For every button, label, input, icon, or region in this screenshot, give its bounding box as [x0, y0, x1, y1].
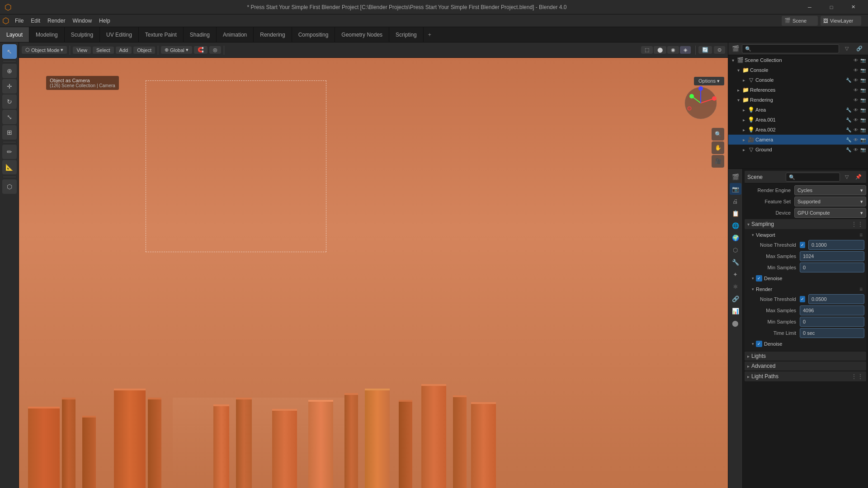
- visibility-icon[interactable]: 👁: [853, 97, 859, 103]
- outliner-item-camera[interactable]: ▸ 🎥 Camera 🔧 👁 📷: [728, 135, 868, 145]
- tool-select[interactable]: ↖: [2, 44, 17, 59]
- render-icon[interactable]: 📷: [860, 117, 866, 123]
- view-menu[interactable]: View: [73, 47, 91, 54]
- outliner-item-area[interactable]: ▸ 💡 Area 🔧 👁 📷: [728, 105, 868, 115]
- tab-animation[interactable]: Animation: [217, 27, 254, 42]
- props-tab-output[interactable]: 🖨: [730, 195, 741, 207]
- menu-file[interactable]: File: [11, 17, 27, 25]
- props-tab-physics[interactable]: ⚛: [730, 281, 741, 292]
- constraint-icon[interactable]: 🔧: [845, 146, 852, 153]
- outliner-item-ground[interactable]: ▸ ▽ Ground 🔧 👁 📷: [728, 145, 868, 155]
- outliner-search-input[interactable]: [742, 44, 839, 53]
- pan-button[interactable]: ✋: [712, 141, 724, 154]
- tool-move[interactable]: ✛: [2, 79, 17, 94]
- props-tab-object[interactable]: ⬡: [730, 244, 741, 256]
- viewport-mode-dropdown[interactable]: ⬡ Object Mode ▾: [22, 46, 67, 54]
- viewport-subsection-header[interactable]: ▾ Viewport ≡: [750, 231, 864, 239]
- constraint-icon[interactable]: 🔧: [845, 77, 852, 83]
- tab-sculpting[interactable]: Sculpting: [65, 27, 100, 42]
- denoise-render-checkbox[interactable]: ✓: [756, 341, 762, 347]
- visibility-icon[interactable]: 👁: [853, 127, 859, 133]
- time-limit-input[interactable]: 0 sec: [800, 328, 864, 338]
- view-camera-button[interactable]: 🎥: [712, 155, 724, 168]
- visibility-icon[interactable]: 👁: [853, 77, 859, 83]
- tab-geometry-nodes[interactable]: Geometry Nodes: [335, 27, 389, 42]
- props-tab-render[interactable]: 📷: [730, 183, 741, 195]
- shading-wireframe[interactable]: ⬚: [641, 46, 653, 54]
- tool-cursor[interactable]: ⊕: [2, 64, 17, 78]
- tab-rendering[interactable]: Rendering: [254, 27, 292, 42]
- close-button[interactable]: ✕: [843, 0, 863, 14]
- section-menu-icon[interactable]: ⋮⋮: [851, 373, 863, 380]
- min-samples-input[interactable]: 0: [800, 263, 864, 272]
- render-icon[interactable]: 📷: [860, 57, 866, 63]
- viewport-subsection-menu-icon[interactable]: ≡: [859, 232, 863, 238]
- props-tab-particles[interactable]: ✦: [730, 268, 741, 280]
- maximize-button[interactable]: □: [821, 0, 842, 14]
- props-tab-scene-props[interactable]: 🌐: [730, 220, 741, 231]
- props-tab-data[interactable]: 📊: [730, 305, 741, 317]
- shading-solid[interactable]: ⬤: [654, 46, 666, 54]
- lights-header[interactable]: ▸ Lights: [745, 352, 866, 361]
- render-icon[interactable]: 📷: [860, 77, 866, 83]
- feature-set-dropdown[interactable]: Supported ▾: [794, 197, 866, 206]
- visibility-icon[interactable]: 👁: [853, 87, 859, 93]
- denoise-viewport-header[interactable]: ▾ ✓ Denoise: [750, 274, 864, 282]
- shading-material[interactable]: ◉: [667, 46, 679, 54]
- render-icon[interactable]: 📷: [860, 136, 866, 143]
- section-menu-icon[interactable]: ⋮⋮: [851, 221, 863, 228]
- tab-layout[interactable]: Layout: [0, 27, 29, 42]
- render-icon[interactable]: 📷: [860, 87, 866, 93]
- visibility-icon[interactable]: 👁: [853, 146, 859, 153]
- render-icon[interactable]: 📷: [860, 97, 866, 103]
- light-paths-header[interactable]: ▸ Light Paths ⋮⋮: [745, 371, 866, 381]
- render-subsection-header[interactable]: ▾ Render ≡: [750, 285, 864, 293]
- visibility-icon[interactable]: 👁: [853, 107, 859, 113]
- snap-toggle[interactable]: 🧲: [194, 46, 208, 54]
- noise-threshold-checkbox[interactable]: ✓: [800, 242, 805, 248]
- render-icon[interactable]: 📷: [860, 107, 866, 113]
- tab-compositing[interactable]: Compositing: [292, 27, 335, 42]
- add-workspace-button[interactable]: +: [424, 27, 436, 42]
- outliner-item-references[interactable]: ▸ 📁 References 👁 📷: [728, 85, 868, 95]
- render-max-samples-input[interactable]: 4096: [800, 305, 864, 315]
- tab-uv-editing[interactable]: UV Editing: [100, 27, 139, 42]
- tool-measure[interactable]: 📐: [2, 160, 17, 174]
- props-tab-scene[interactable]: 🎬: [730, 171, 741, 183]
- viewport-options-button[interactable]: Options ▾: [694, 77, 724, 85]
- render-icon[interactable]: 📷: [860, 67, 866, 73]
- advanced-header[interactable]: ▸ Advanced: [745, 361, 866, 371]
- props-tab-constraints[interactable]: 🔗: [730, 293, 741, 305]
- proportional-edit[interactable]: ◎: [209, 46, 221, 54]
- outliner-item-area002[interactable]: ▸ 💡 Area.002 🔧 👁 📷: [728, 125, 868, 135]
- tool-transform[interactable]: ⊞: [2, 125, 17, 140]
- tool-annotate[interactable]: ✏: [2, 145, 17, 159]
- outliner-item-area001[interactable]: ▸ 💡 Area.001 🔧 👁 📷: [728, 115, 868, 125]
- tab-shading[interactable]: Shading: [184, 27, 217, 42]
- render-noise-threshold-input[interactable]: 0.0500: [808, 294, 864, 304]
- menu-render[interactable]: Render: [44, 17, 69, 25]
- constraint-icon[interactable]: 🔧: [845, 117, 852, 123]
- render-subsection-menu-icon[interactable]: ≡: [859, 286, 863, 292]
- visibility-icon[interactable]: 👁: [853, 67, 859, 73]
- menu-help[interactable]: Help: [95, 17, 114, 25]
- props-tab-world[interactable]: 🌍: [730, 232, 741, 244]
- props-tab-view-layer[interactable]: 📋: [730, 207, 741, 219]
- outliner-item-console[interactable]: ▾ 📁 Console 👁 📷: [728, 65, 868, 75]
- outliner-item-rendering[interactable]: ▾ 📁 Rendering 👁 📷: [728, 95, 868, 105]
- shading-rendered[interactable]: ◈: [680, 46, 691, 54]
- transform-dropdown[interactable]: ⊕ Global ▾: [161, 46, 192, 54]
- render-min-samples-input[interactable]: 0: [800, 317, 864, 327]
- denoise-viewport-checkbox[interactable]: ✓: [756, 275, 762, 282]
- add-menu[interactable]: Add: [116, 47, 132, 54]
- menu-window[interactable]: Window: [69, 17, 95, 25]
- properties-search-input[interactable]: [786, 173, 840, 182]
- render-engine-dropdown[interactable]: Cycles ▾: [794, 185, 866, 195]
- minimize-button[interactable]: ─: [799, 0, 820, 14]
- menu-edit[interactable]: Edit: [27, 17, 44, 25]
- tool-scale[interactable]: ⤡: [2, 110, 17, 124]
- select-menu[interactable]: Select: [93, 47, 114, 54]
- max-samples-input[interactable]: 1024: [800, 251, 864, 261]
- tab-modeling[interactable]: Modeling: [29, 27, 65, 42]
- outliner-sync-btn[interactable]: 🔗: [854, 44, 864, 54]
